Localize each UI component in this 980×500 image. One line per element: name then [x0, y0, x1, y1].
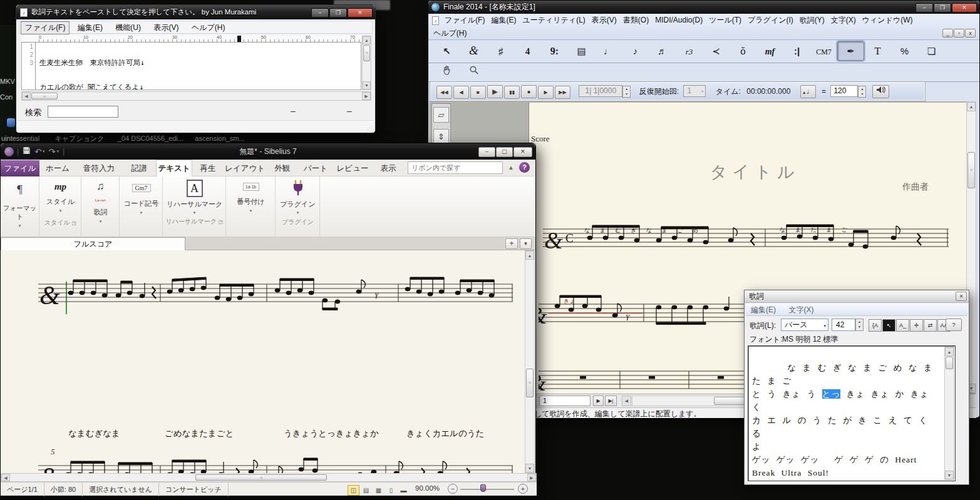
maximize-button[interactable]: ❐ [329, 8, 347, 18]
editor-vertical-scrollbar[interactable]: ▲ ≡ ▼ [362, 36, 371, 90]
lyric-line[interactable]: ごめなまたまごと [165, 428, 234, 439]
ruler-cursor-marker[interactable] [237, 36, 241, 42]
menu-tools[interactable]: ツール(T) [706, 14, 745, 27]
menu-edit[interactable]: 編集(E) [746, 304, 781, 317]
lyric-line[interactable]: うきょうとっきょきょか [284, 428, 379, 439]
view-mode-panorama-icon[interactable]: ◫ [348, 485, 359, 496]
undo-icon[interactable]: ↶ [34, 147, 41, 156]
page-layout-tool-icon[interactable]: ❏ [918, 42, 945, 61]
eraser-icon[interactable]: ▱ [433, 107, 449, 123]
menu-lyrics[interactable]: 歌詞(Y) [797, 14, 828, 27]
tab-play[interactable]: 再生 [192, 160, 224, 177]
play-button[interactable]: ▶ [487, 85, 503, 98]
sibelius-horizontal-scrollbar[interactable]: ◀ ≡ ▶ [1, 473, 537, 482]
menu-midi-audio[interactable]: MIDI/Audio(D) [652, 14, 706, 26]
scrollbar-thumb[interactable]: ≡ [363, 45, 370, 61]
speedy-entry-tool-icon[interactable]: ♪ [622, 42, 649, 61]
expression-tool-icon[interactable]: mf [756, 43, 783, 62]
smart-shape-tool-icon[interactable]: ≺ [703, 42, 730, 61]
audio-settings-button[interactable] [872, 85, 889, 98]
tempo-note-button[interactable]: ▲♩ [800, 85, 816, 98]
tab-layout[interactable]: レイアウト [224, 160, 266, 177]
go-to-start-button[interactable]: ◀◀ [436, 86, 452, 99]
zoom-slider-track[interactable] [460, 489, 514, 490]
menu-file[interactable]: ファイル(F) [441, 14, 488, 27]
measure-tool-icon[interactable]: ▤ [568, 42, 595, 61]
zoom-in-button[interactable]: + [518, 484, 528, 494]
repeat-tool-icon[interactable]: :| [783, 42, 810, 61]
scroll-up-arrow[interactable]: ▲ [525, 251, 534, 260]
hscroll-left-arrow[interactable]: ◀ [622, 395, 631, 406]
view-mode-full-icon[interactable]: ▬ [398, 485, 410, 496]
minimize-button[interactable]: – [478, 147, 495, 157]
lyric-line[interactable]: きょくカエルのうた [406, 428, 484, 439]
tab-appearance[interactable]: 外観 [266, 160, 299, 177]
drag-syllable-button[interactable]: ✛ [910, 319, 923, 332]
click-assignment-button[interactable]: A_ [896, 319, 909, 332]
text-tool-icon[interactable]: T [864, 42, 891, 61]
style-group-label[interactable]: スタイル ◳ [40, 218, 81, 227]
lyrics-text-editor[interactable]: 123 生麦生米生卵 東京特許許可局↓ カエルの歌が 聞こえてくるよ↓ ゲッゲッ… [21, 43, 361, 90]
minimize-button[interactable]: – [311, 8, 329, 18]
scrollbar-thumb[interactable] [946, 357, 953, 369]
menu-edit[interactable]: 編集(E) [73, 21, 108, 34]
menu-plugins[interactable]: プラグイン(I) [745, 14, 797, 27]
menu-help[interactable]: ヘルプ(H) [428, 27, 470, 40]
scroll-left-arrow[interactable]: ◀ [22, 92, 31, 100]
menu-document[interactable]: 書類(O) [620, 14, 652, 27]
sibelius-vertical-scrollbar[interactable]: ▲ ≡ ▼ [525, 250, 535, 473]
desktop-app-icon[interactable] [7, 118, 15, 127]
menu-function[interactable]: 機能(U) [110, 21, 146, 34]
add-tab-button[interactable]: + [505, 238, 518, 249]
stop-button[interactable]: ■ [470, 86, 486, 99]
zoom-out-button[interactable]: − [448, 484, 458, 494]
tab-note-input[interactable]: 音符入力 [76, 160, 122, 177]
selection-tool-icon[interactable]: ↖ [433, 42, 460, 61]
select-mode-button[interactable]: ↖ [882, 319, 895, 332]
scrollbar-thumb[interactable]: ≡ [31, 93, 58, 99]
tab-parts[interactable]: パート [299, 160, 333, 177]
redo-icon[interactable]: ↷ [49, 147, 56, 156]
scroll-down-arrow[interactable]: ▼ [945, 471, 954, 479]
editor-horizontal-scrollbar[interactable]: ◀ ≡ ▶ [21, 91, 371, 101]
lyrics-edit-box[interactable]: な ま む ぎ な ま ご め な ま た ま ご と う きょ う とっ きょ… [748, 346, 955, 481]
pause-button[interactable]: ▮▮ [504, 86, 520, 99]
clef-tool-icon[interactable]: 9: [541, 42, 568, 61]
resize-grip-icon[interactable]: ⋰ [367, 125, 373, 131]
restore-button[interactable]: ▢ [496, 147, 513, 157]
close-button[interactable]: ✕ [956, 292, 967, 301]
forward-button[interactable]: ▶ [538, 86, 554, 99]
scrollbar-thumb[interactable]: ≡ [967, 152, 975, 188]
shift-syllable-button[interactable]: ⇄ [924, 319, 937, 332]
view-mode-spread-icon[interactable]: ▦ [373, 485, 384, 496]
scroll-down-arrow[interactable]: ▼ [525, 464, 534, 472]
ribbon-group-lyrics[interactable]: ♫La-ren 歌詞 ▾ [82, 176, 120, 237]
ribbon-group-plugins[interactable]: プラグイン ▾ プラグイン [276, 176, 320, 237]
hyperscribe-tool-icon[interactable]: ♬ [649, 42, 676, 61]
tuplet-tool-icon[interactable]: r3 [676, 43, 703, 62]
lyrics-box-scrollbar[interactable]: ▲ ▼ [944, 347, 954, 480]
help-button[interactable]: ? [519, 162, 530, 173]
menu-utilities[interactable]: ユーティリティ(L) [519, 14, 588, 27]
scroll-up-arrow[interactable]: ▲ [945, 347, 954, 356]
verse-number-field[interactable]: 42 [832, 319, 855, 331]
tab-text[interactable]: テキスト [156, 160, 192, 176]
ribbon-group-style[interactable]: mp スタイル ▾ スタイル ◳ [40, 176, 81, 237]
page-number-field[interactable]: 1 [539, 395, 591, 406]
menu-view[interactable]: 表示(V) [589, 14, 620, 27]
staff-tool-icon[interactable]: & [460, 41, 487, 61]
resize-tool-icon[interactable]: % [891, 42, 918, 61]
tab-list-dropdown-button[interactable]: ▾ [520, 238, 532, 249]
help-button[interactable]: ? [946, 319, 962, 331]
redo-dropdown-icon[interactable]: ▾ [56, 149, 59, 154]
ribbon-group-format[interactable]: ¶ フォーマット ▾ [1, 176, 39, 237]
go-to-end-button[interactable]: ▶▶ [555, 86, 570, 99]
close-button[interactable]: ✕ [348, 8, 373, 18]
menu-view[interactable]: 表示(V) [148, 21, 183, 34]
scrollbar-thumb[interactable]: ≡ [195, 474, 327, 481]
view-mode-single-icon[interactable]: ▯ [385, 485, 397, 496]
simple-entry-tool-icon[interactable]: ♩ [595, 42, 622, 61]
scroll-up-arrow[interactable]: ▲ [363, 36, 371, 44]
page-next-button[interactable]: ▶ [593, 395, 604, 406]
zoom-slider-thumb[interactable] [480, 484, 486, 492]
